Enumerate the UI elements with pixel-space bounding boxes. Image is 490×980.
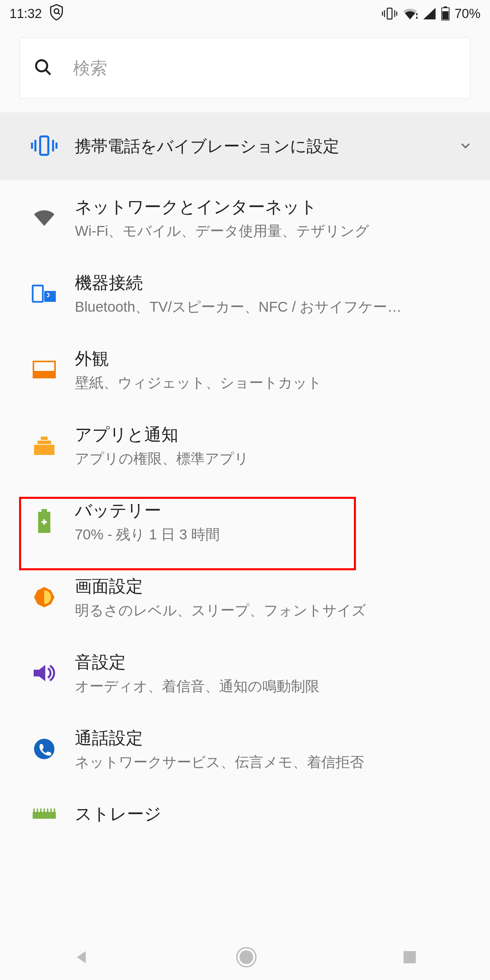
nav-back-icon[interactable] xyxy=(72,948,91,968)
item-title: 外観 xyxy=(75,348,480,370)
nav-recent-icon[interactable] xyxy=(401,949,418,967)
svg-point-44 xyxy=(240,950,253,964)
svg-line-1 xyxy=(58,13,60,14)
vibrate-status-icon xyxy=(382,7,398,21)
settings-item-call[interactable]: 通話設定 ネットワークサービス、伝言メモ、着信拒否 xyxy=(0,711,490,788)
svg-marker-7 xyxy=(416,13,418,16)
settings-item-battery[interactable]: バッテリー 70% - 残り 1 日 3 時間 xyxy=(0,484,490,560)
svg-point-33 xyxy=(34,739,54,759)
status-bar: 11:32 70% xyxy=(0,0,490,27)
item-subtitle: オーディオ、着信音、通知の鳴動制限 xyxy=(75,677,480,696)
appearance-icon xyxy=(33,361,56,380)
settings-item-storage[interactable]: ストレージ xyxy=(0,788,490,829)
search-input[interactable] xyxy=(73,58,456,78)
chevron-down-icon[interactable] xyxy=(458,138,473,154)
settings-item-apps[interactable]: アプリと通知 アプリの権限、標準アプリ xyxy=(0,408,490,484)
item-subtitle: 壁紙、ウィジェット、ショートカット xyxy=(75,373,480,392)
svg-rect-2 xyxy=(387,8,392,19)
status-time: 11:32 xyxy=(10,6,42,21)
battery-status-icon xyxy=(441,6,450,21)
item-title: 画面設定 xyxy=(75,576,480,598)
sound-icon xyxy=(32,663,56,685)
wifi-status-icon xyxy=(402,7,418,20)
svg-line-14 xyxy=(46,70,50,75)
settings-item-network[interactable]: ネットワークとインターネット Wi-Fi、モバイル、データ使用量、テザリング xyxy=(0,180,490,256)
item-title: アプリと通知 xyxy=(75,424,480,446)
wifi-icon xyxy=(32,208,56,229)
signal-status-icon xyxy=(423,7,436,20)
svg-rect-45 xyxy=(404,951,416,963)
search-box[interactable] xyxy=(20,37,470,99)
item-title: 通話設定 xyxy=(75,727,480,749)
svg-point-13 xyxy=(36,60,47,72)
brightness-icon xyxy=(33,585,56,610)
svg-rect-20 xyxy=(33,285,43,302)
item-subtitle: 明るさのレベル、スリープ、フォントサイズ xyxy=(75,601,480,620)
item-title: ネットワークとインターネット xyxy=(75,196,480,218)
vibrate-icon xyxy=(30,134,59,159)
item-subtitle: Wi-Fi、モバイル、データ使用量、テザリング xyxy=(75,221,480,240)
item-subtitle: アプリの権限、標準アプリ xyxy=(75,449,480,468)
svg-rect-25 xyxy=(37,441,51,444)
settings-item-devices[interactable]: 機器接続 Bluetooth、TV/スピーカー、NFC / おサイフケー… xyxy=(0,256,490,332)
svg-marker-9 xyxy=(423,8,436,19)
item-subtitle: ネットワークサービス、伝言メモ、着信拒否 xyxy=(75,753,480,772)
svg-point-0 xyxy=(54,8,59,13)
battery-icon xyxy=(37,509,52,535)
shield-icon xyxy=(49,4,64,24)
settings-item-sound[interactable]: 音設定 オーディオ、着信音、通知の鳴動制限 xyxy=(0,636,490,711)
settings-item-appearance[interactable]: 外観 壁紙、ウィジェット、ショートカット xyxy=(0,332,490,408)
svg-marker-42 xyxy=(77,951,86,963)
svg-rect-23 xyxy=(33,371,55,378)
item-title: バッテリー xyxy=(75,500,480,522)
phone-icon xyxy=(33,738,55,761)
item-subtitle: 70% - 残り 1 日 3 時間 xyxy=(75,525,480,544)
svg-rect-12 xyxy=(442,11,449,19)
battery-percentage: 70% xyxy=(455,6,480,21)
svg-marker-32 xyxy=(34,665,45,681)
vibrate-banner[interactable]: 携帯電話をバイブレーションに設定 xyxy=(0,112,490,180)
svg-rect-34 xyxy=(33,812,56,819)
svg-marker-8 xyxy=(416,16,418,19)
storage-icon xyxy=(32,808,56,820)
search-icon xyxy=(34,58,53,78)
navigation-bar xyxy=(0,936,490,980)
svg-rect-21 xyxy=(44,291,56,302)
item-title: 機器接続 xyxy=(75,272,480,294)
nav-home-icon[interactable] xyxy=(235,946,258,970)
devices-icon xyxy=(31,283,57,305)
apps-icon xyxy=(33,435,56,457)
item-title: ストレージ xyxy=(75,803,480,825)
settings-item-display[interactable]: 画面設定 明るさのレベル、スリープ、フォントサイズ xyxy=(0,560,490,636)
svg-rect-24 xyxy=(41,437,48,440)
svg-rect-15 xyxy=(40,137,48,155)
svg-rect-26 xyxy=(34,445,54,455)
search-container xyxy=(0,27,490,112)
item-subtitle: Bluetooth、TV/スピーカー、NFC / おサイフケー… xyxy=(75,298,480,317)
svg-rect-27 xyxy=(41,509,47,512)
vibrate-banner-label: 携帯電話をバイブレーションに設定 xyxy=(65,135,458,157)
item-title: 音設定 xyxy=(75,651,480,673)
